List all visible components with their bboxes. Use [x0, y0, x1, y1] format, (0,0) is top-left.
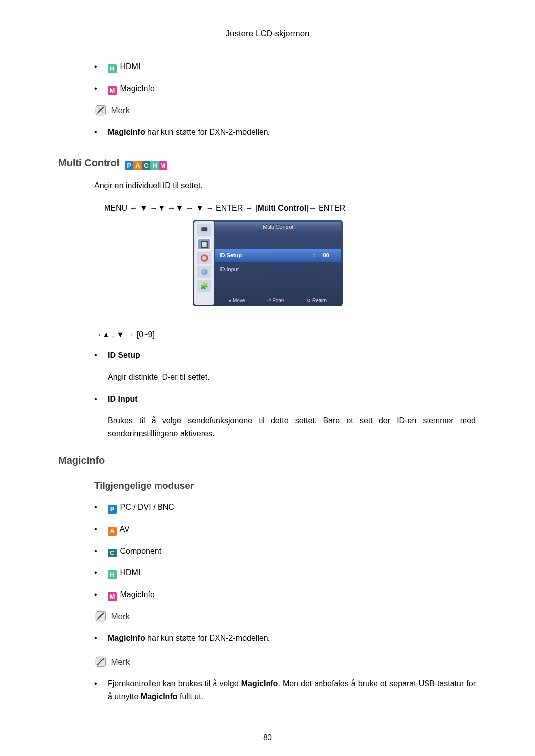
- available-modes-heading: Tilgjengelige moduser: [94, 480, 476, 491]
- path-bold: Multi Control: [258, 204, 307, 212]
- osd-idinput-label: ID Input: [220, 266, 312, 272]
- note-label: Merk: [111, 657, 130, 667]
- mode-magicinfo-label: MagicInfo: [120, 84, 154, 93]
- note2-item: MagicInfo har kun støtte for DXN-2-model…: [94, 632, 476, 645]
- page-header: Justere LCD-skjermen: [0, 29, 535, 39]
- note2-bold: MagicInfo: [108, 634, 145, 642]
- note3-p1a: Fjernkontrollen kan brukes til å velge: [108, 679, 241, 688]
- mode-av-label: AV: [120, 525, 130, 533]
- note3-p1d: MagicInfo: [141, 692, 178, 701]
- osd-footer-move: Move: [233, 298, 245, 303]
- mode-hdmi2-item: H HDMI: [94, 566, 476, 579]
- path-suffix: ]→ ENTER: [306, 204, 345, 212]
- m-icon: M: [159, 161, 167, 170]
- note1-rest: har kun støtte for DXN-2-modellen.: [145, 128, 270, 136]
- osd-side-icon-1: 🖥️: [197, 224, 211, 236]
- osd-side-icon-3: ⭕: [197, 252, 211, 264]
- available-modes-list: P PC / DVI / BNC A AV C Component H HDMI…: [59, 501, 476, 601]
- note-icon: [94, 655, 107, 668]
- page-number: 80: [0, 733, 535, 742]
- note3-list: Fjernkontrollen kan brukes til å velge M…: [59, 677, 476, 703]
- note1-bold: MagicInfo: [108, 128, 145, 136]
- c-icon: C: [142, 161, 151, 170]
- osd-row-id-input: ID Input : --: [215, 262, 341, 276]
- osd-side-icon-5: 🧩: [197, 280, 211, 292]
- magicinfo-heading: MagicInfo: [58, 455, 476, 466]
- note3-p1e: fullt ut.: [178, 692, 204, 701]
- a-icon: A: [133, 161, 142, 170]
- osd-footer-return: Return: [312, 298, 327, 303]
- osd-sidebar: 🖥️ 🔲 ⭕ ⚙️ 🧩: [194, 221, 214, 305]
- note1-item: MagicInfo har kun støtte for DXN-2-model…: [94, 126, 476, 139]
- osd-side-icon-2: 🔲: [197, 238, 211, 250]
- h-icon: H: [150, 161, 159, 170]
- mode-magicinfo2-label: MagicInfo: [120, 590, 154, 599]
- c-icon: C: [108, 549, 117, 557]
- mode-list-top: H HDMI M MagicInfo: [59, 60, 476, 95]
- p-icon: P: [125, 161, 134, 170]
- note-label: Merk: [111, 106, 130, 115]
- a-icon: A: [108, 527, 117, 536]
- id-input-desc: Brukes til å velge sendefunksjonene til …: [108, 414, 476, 440]
- id-input-label: ID Input: [108, 395, 138, 403]
- id-input-item: ID Input Brukes til å velge sendefunksjo…: [94, 393, 476, 440]
- multi-control-items: ID Setup Angir distinkte ID-er til sette…: [59, 349, 476, 440]
- osd-idinput-value: --: [317, 266, 336, 272]
- m-icon: M: [108, 86, 117, 95]
- multi-control-heading-text: Multi Control: [58, 157, 119, 168]
- note-icon: [94, 610, 107, 623]
- multi-control-path: MENU → ▼ →▼ →▼ → ▼ → ENTER → [Multi Cont…: [104, 202, 476, 215]
- multi-control-nav: →▲ , ▼ → [0~9]: [94, 330, 476, 339]
- osd-footer: ♦ Move ⏎ Enter ↺ Return: [215, 295, 341, 305]
- note1-list: MagicInfo har kun støtte for DXN-2-model…: [59, 126, 476, 139]
- p-icon: P: [108, 505, 117, 514]
- mode-hdmi-label: HDMI: [120, 62, 140, 71]
- id-setup-label: ID Setup: [108, 351, 140, 359]
- path-prefix: MENU → ▼ →▼ →▼ → ▼ → ENTER → [: [104, 204, 258, 212]
- mode-pc-label: PC / DVI / BNC: [120, 503, 174, 511]
- note-label: Merk: [111, 612, 130, 621]
- osd-title: Multi Control: [215, 222, 341, 232]
- note2-rest: har kun støtte for DXN-2-modellen.: [145, 634, 270, 642]
- id-setup-desc: Angir distinkte ID-er til settet.: [108, 371, 476, 384]
- osd-row-id-setup: ID Setup : 00: [215, 249, 341, 262]
- multi-control-intro: Angir en individuell ID til settet.: [94, 179, 476, 192]
- mode-component-item: C Component: [94, 545, 476, 557]
- mode-hdmi-item: H HDMI: [94, 60, 476, 73]
- note3-item: Fjernkontrollen kan brukes til å velge M…: [94, 677, 476, 703]
- multi-control-heading: Multi Control PACHM: [58, 157, 476, 170]
- mode-component-label: Component: [120, 547, 161, 555]
- id-setup-item: ID Setup Angir distinkte ID-er til sette…: [94, 349, 476, 384]
- h-icon: H: [108, 570, 117, 579]
- footer-rule: [58, 718, 477, 718]
- osd-side-icon-4: ⚙️: [197, 266, 211, 278]
- osd-footer-enter: Enter: [272, 298, 284, 303]
- osd-idsetup-label: ID Setup: [220, 252, 312, 258]
- osd-idsetup-value: 00: [317, 252, 336, 258]
- mode-av-item: A AV: [94, 523, 476, 536]
- mode-magicinfo-item: M MagicInfo: [94, 82, 476, 95]
- h-icon: H: [108, 64, 117, 73]
- osd-screenshot: 🖥️ 🔲 ⭕ ⚙️ 🧩 Multi Control ID Setup : 00: [193, 220, 343, 306]
- m-icon: M: [108, 592, 117, 601]
- mode-hdmi2-label: HDMI: [120, 568, 140, 577]
- mode-pc-item: P PC / DVI / BNC: [94, 501, 476, 514]
- note3-p1b: MagicInfo: [241, 679, 278, 688]
- note2-list: MagicInfo har kun støtte for DXN-2-model…: [59, 632, 476, 645]
- mode-magicinfo2-item: M MagicInfo: [94, 588, 476, 601]
- note-icon: [94, 104, 107, 117]
